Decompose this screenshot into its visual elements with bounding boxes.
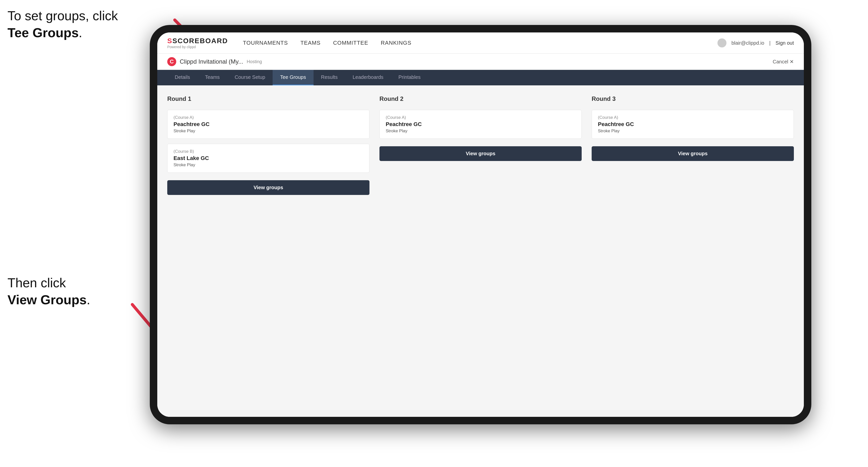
- round-3-view-groups-button[interactable]: View groups: [592, 146, 794, 161]
- user-avatar: [717, 38, 726, 48]
- round-3-column: Round 3 (Course A) Peachtree GC Stroke P…: [592, 95, 794, 195]
- round-3-course-a-card: (Course A) Peachtree GC Stroke Play: [592, 110, 794, 139]
- round-3-title: Round 3: [592, 95, 794, 102]
- user-email: blair@clippd.io: [732, 40, 764, 46]
- tab-leaderboards[interactable]: Leaderboards: [345, 70, 391, 85]
- instruction-top-line1: To set groups, click: [7, 8, 118, 23]
- round-2-course-a-name: Peachtree GC: [386, 121, 576, 128]
- instruction-bottom: Then click View Groups.: [7, 275, 90, 308]
- separator: |: [769, 40, 770, 46]
- tournament-title: Clippd Invitational (My...: [180, 58, 243, 65]
- tab-printables[interactable]: Printables: [391, 70, 428, 85]
- sign-out-link[interactable]: Sign out: [776, 40, 794, 46]
- tab-teams[interactable]: Teams: [197, 70, 227, 85]
- instruction-top-period: .: [79, 26, 82, 40]
- logo-text: SSCOREBOARD: [167, 37, 228, 45]
- logo-c-letter: S: [167, 37, 173, 45]
- main-content: Round 1 (Course A) Peachtree GC Stroke P…: [157, 85, 804, 417]
- instruction-bottom-period: .: [87, 292, 90, 307]
- logo-label: SCOREBOARD: [173, 37, 228, 45]
- nav-tournaments[interactable]: TOURNAMENTS: [243, 40, 288, 46]
- round-1-view-groups-button[interactable]: View groups: [167, 180, 369, 195]
- round-2-view-groups-button[interactable]: View groups: [379, 146, 582, 161]
- round-1-course-b-name: East Lake GC: [174, 155, 363, 161]
- instruction-top-line2: Tee Groups: [7, 26, 79, 40]
- logo-area: SSCOREBOARD Powered by clippd: [167, 37, 228, 49]
- tournament-name: C Clippd Invitational (My... Hosting: [167, 57, 262, 66]
- nav-committee[interactable]: COMMITTEE: [333, 40, 368, 46]
- nav-links: TOURNAMENTS TEAMS COMMITTEE RANKINGS: [243, 40, 411, 46]
- instruction-bottom-line1: Then click: [7, 276, 66, 290]
- round-1-course-a-card: (Course A) Peachtree GC Stroke Play: [167, 110, 369, 139]
- tablet: SSCOREBOARD Powered by clippd TOURNAMENT…: [150, 25, 811, 424]
- tournament-icon: C: [167, 57, 176, 66]
- tab-results[interactable]: Results: [314, 70, 345, 85]
- nav-left: SSCOREBOARD Powered by clippd TOURNAMENT…: [167, 37, 411, 49]
- instruction-bottom-line2: View Groups: [7, 292, 87, 307]
- round-3-course-a-label: (Course A): [598, 115, 787, 120]
- nav-rankings[interactable]: RANKINGS: [381, 40, 411, 46]
- cancel-button[interactable]: Cancel ✕: [773, 59, 794, 65]
- rounds-grid: Round 1 (Course A) Peachtree GC Stroke P…: [167, 95, 794, 195]
- round-1-course-b-label: (Course B): [174, 149, 363, 154]
- round-1-course-b-card: (Course B) East Lake GC Stroke Play: [167, 144, 369, 173]
- nav-bar: SSCOREBOARD Powered by clippd TOURNAMENT…: [157, 32, 804, 54]
- nav-right: blair@clippd.io | Sign out: [717, 38, 794, 48]
- round-2-course-a-label: (Course A): [386, 115, 576, 120]
- nav-teams[interactable]: TEAMS: [300, 40, 320, 46]
- round-2-course-a-format: Stroke Play: [386, 129, 576, 133]
- round-3-course-a-format: Stroke Play: [598, 129, 787, 133]
- instruction-top: To set groups, click Tee Groups.: [7, 7, 118, 41]
- round-2-title: Round 2: [379, 95, 582, 102]
- round-1-column: Round 1 (Course A) Peachtree GC Stroke P…: [167, 95, 369, 195]
- logo-sub: Powered by clippd: [167, 45, 196, 49]
- tournament-bar: C Clippd Invitational (My... Hosting Can…: [157, 54, 804, 70]
- tab-details[interactable]: Details: [167, 70, 197, 85]
- round-1-course-a-label: (Course A): [174, 115, 363, 120]
- round-3-course-a-name: Peachtree GC: [598, 121, 787, 128]
- tab-tee-groups[interactable]: Tee Groups: [273, 70, 313, 85]
- round-1-course-b-format: Stroke Play: [174, 162, 363, 167]
- round-2-column: Round 2 (Course A) Peachtree GC Stroke P…: [379, 95, 582, 195]
- tab-bar: Details Teams Course Setup Tee Groups Re…: [157, 70, 804, 85]
- tab-course-setup[interactable]: Course Setup: [227, 70, 273, 85]
- round-1-title: Round 1: [167, 95, 369, 102]
- round-1-course-a-name: Peachtree GC: [174, 121, 363, 128]
- round-1-course-a-format: Stroke Play: [174, 129, 363, 133]
- tournament-status: Hosting: [247, 59, 262, 64]
- tablet-screen: SSCOREBOARD Powered by clippd TOURNAMENT…: [157, 32, 804, 417]
- round-2-course-a-card: (Course A) Peachtree GC Stroke Play: [379, 110, 582, 139]
